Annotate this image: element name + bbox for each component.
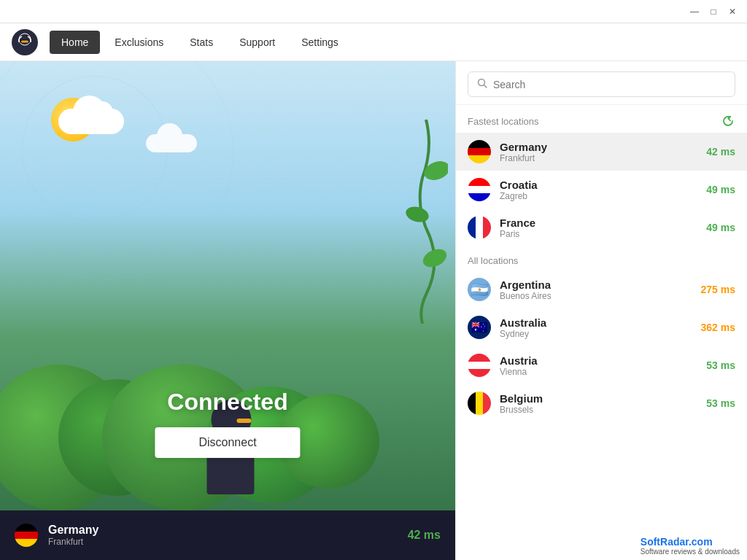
- austria-ms: 53 ms: [706, 359, 735, 371]
- locations-list: Fastest locations Germany Frankfurt: [456, 105, 747, 560]
- status-city: Frankfurt: [48, 537, 398, 547]
- maximize-button[interactable]: □: [705, 3, 722, 20]
- flag-belgium: [468, 392, 491, 415]
- croatia-name: Croatia: [500, 179, 697, 191]
- svg-point-5: [404, 204, 430, 225]
- france-name: France: [500, 217, 697, 229]
- minimize-button[interactable]: —: [686, 3, 703, 20]
- germany-name: Germany: [500, 141, 697, 153]
- all-location-austria[interactable]: Austria Vienna 53 ms: [456, 346, 747, 384]
- austria-info: Austria Vienna: [500, 354, 697, 377]
- argentina-ms: 275 ms: [701, 284, 735, 295]
- belgium-ms: 53 ms: [706, 397, 735, 409]
- nav-stats[interactable]: Stats: [178, 31, 225, 54]
- status-location-info: Germany Frankfurt: [48, 524, 398, 547]
- status-ms: 42 ms: [408, 529, 441, 542]
- search-icon: [477, 78, 487, 90]
- cloud-2: [146, 134, 197, 152]
- nav-exclusions[interactable]: Exclusions: [103, 31, 175, 54]
- disconnect-button[interactable]: Disconnect: [155, 427, 300, 458]
- argentina-info: Argentina Buenos Aires: [500, 279, 692, 301]
- australia-city: Sydney: [500, 329, 692, 339]
- watermark-title: SoftRadar.com: [640, 536, 740, 548]
- hero-panel: Connected Disconnect Germany Frankfurt 4…: [0, 61, 455, 560]
- flag-france: [468, 216, 491, 239]
- svg-rect-3: [21, 40, 28, 42]
- france-city: Paris: [500, 229, 697, 239]
- title-bar: — □ ✕: [0, 0, 747, 23]
- flag-croatia: [468, 178, 491, 201]
- refresh-icon[interactable]: [721, 114, 735, 128]
- nav-support[interactable]: Support: [228, 31, 287, 54]
- fastest-location-france[interactable]: France Paris 49 ms: [456, 209, 747, 246]
- argentina-name: Argentina: [500, 279, 692, 291]
- search-input-wrap[interactable]: [468, 71, 735, 97]
- app-window: — □ ✕ Home Exclusions Stats Support Sett…: [0, 0, 747, 560]
- belgium-name: Belgium: [500, 392, 697, 405]
- nav-settings[interactable]: Settings: [290, 31, 350, 54]
- flag-australia: 🇦🇺: [468, 316, 491, 339]
- germany-info: Germany Frankfurt: [500, 141, 697, 163]
- svg-line-8: [484, 85, 487, 88]
- connected-overlay: Connected Disconnect: [155, 389, 300, 458]
- navbar: Home Exclusions Stats Support Settings: [0, 23, 747, 61]
- flag-austria: [468, 354, 491, 377]
- cloud-1: [58, 109, 124, 134]
- right-panel: Fastest locations Germany Frankfurt: [455, 61, 747, 560]
- all-section-label: All locations: [468, 255, 518, 266]
- fastest-location-croatia[interactable]: Croatia Zagreb 49 ms: [456, 171, 747, 209]
- austria-name: Austria: [500, 354, 697, 367]
- france-info: France Paris: [500, 217, 697, 239]
- all-location-argentina[interactable]: 🇦🇷 Argentina Buenos Aires 275 ms: [456, 271, 747, 308]
- germany-ms: 42 ms: [706, 146, 735, 158]
- austria-city: Vienna: [500, 367, 697, 377]
- all-location-australia[interactable]: 🇦🇺 Australia Sydney 362 ms: [456, 308, 747, 346]
- nav-home[interactable]: Home: [50, 31, 100, 54]
- flag-germany: [468, 140, 491, 163]
- vine-decoration: [404, 120, 448, 324]
- flag-argentina: 🇦🇷: [468, 278, 491, 301]
- search-section: [456, 61, 747, 105]
- fastest-section-label: Fastest locations: [468, 116, 539, 127]
- all-location-belgium[interactable]: Belgium Brussels 53 ms: [456, 384, 747, 422]
- fastest-location-germany[interactable]: Germany Frankfurt 42 ms: [456, 133, 747, 171]
- search-input[interactable]: [493, 79, 726, 90]
- australia-name: Australia: [500, 316, 692, 329]
- belgium-info: Belgium Brussels: [500, 392, 697, 415]
- watermark: SoftRadar.com Software reviews & downloa…: [633, 532, 747, 560]
- fastest-section-header: Fastest locations: [456, 105, 747, 133]
- croatia-ms: 49 ms: [706, 184, 735, 195]
- croatia-info: Croatia Zagreb: [500, 179, 697, 201]
- france-ms: 49 ms: [706, 222, 735, 233]
- all-section-header: All locations: [456, 246, 747, 271]
- australia-info: Australia Sydney: [500, 316, 692, 339]
- connected-label: Connected: [155, 389, 300, 416]
- sky-decoration-2: [0, 61, 233, 280]
- status-flag: [15, 524, 38, 547]
- australia-ms: 362 ms: [701, 322, 735, 333]
- close-button[interactable]: ✕: [724, 3, 741, 20]
- status-country: Germany: [48, 524, 398, 537]
- belgium-city: Brussels: [500, 405, 697, 415]
- watermark-subtitle: Software reviews & downloads: [640, 548, 740, 556]
- argentina-city: Buenos Aires: [500, 291, 692, 301]
- main-content: Connected Disconnect Germany Frankfurt 4…: [0, 61, 747, 560]
- germany-city: Frankfurt: [500, 153, 697, 163]
- status-bar: Germany Frankfurt 42 ms: [0, 510, 455, 560]
- app-logo: [12, 29, 38, 55]
- croatia-city: Zagreb: [500, 191, 697, 201]
